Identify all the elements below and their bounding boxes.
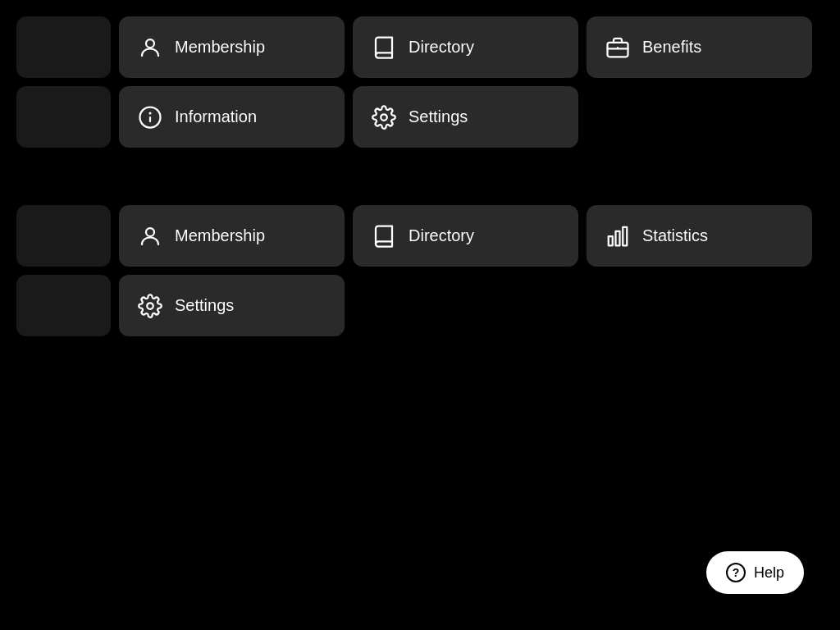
placeholder-top-2 [16, 86, 111, 148]
statistics-bottom-card[interactable]: Statistics [587, 205, 812, 267]
user-icon-2 [137, 223, 163, 249]
settings-top-label: Settings [409, 107, 468, 126]
main-container: Membership Directory Benefits [0, 0, 840, 630]
svg-rect-1 [608, 42, 628, 57]
top-section-row-1: Membership Directory Benefits [16, 16, 824, 78]
membership-bottom-card[interactable]: Membership [119, 205, 345, 267]
bottom-section-row-1: Membership Directory Statistics [16, 205, 824, 267]
information-top-card[interactable]: Information [119, 86, 345, 148]
briefcase-icon [605, 34, 631, 61]
gear-icon [371, 104, 397, 130]
gear-icon-2 [137, 293, 163, 319]
user-icon [137, 34, 163, 61]
svg-rect-9 [616, 231, 620, 245]
settings-bottom-card[interactable]: Settings [119, 275, 345, 336]
placeholder-top-1 [16, 16, 111, 78]
membership-top-card[interactable]: Membership [119, 16, 345, 78]
placeholder-bottom-2 [16, 275, 111, 336]
book-icon-2 [371, 223, 397, 249]
directory-bottom-card[interactable]: Directory [353, 205, 578, 267]
placeholder-bottom-1 [16, 205, 111, 267]
empty-bottom-2 [587, 275, 812, 336]
help-circle-icon: ? [726, 563, 746, 582]
statistics-bottom-label: Statistics [642, 226, 708, 245]
svg-rect-10 [623, 226, 627, 245]
svg-point-0 [146, 39, 154, 48]
svg-point-7 [146, 228, 154, 236]
directory-top-card[interactable]: Directory [353, 16, 578, 78]
svg-point-11 [147, 303, 153, 309]
benefits-top-label: Benefits [642, 38, 701, 57]
directory-bottom-label: Directory [409, 226, 474, 245]
help-button[interactable]: ? Help [706, 551, 804, 594]
svg-rect-8 [609, 236, 613, 245]
svg-point-6 [381, 114, 387, 121]
settings-bottom-label: Settings [175, 296, 234, 315]
bar-chart-icon [605, 223, 631, 249]
information-top-label: Information [175, 107, 257, 126]
directory-top-label: Directory [409, 38, 474, 57]
help-label: Help [754, 564, 784, 582]
benefits-top-card[interactable]: Benefits [587, 16, 812, 78]
top-section-row-2: Information Settings [16, 86, 824, 148]
settings-top-card[interactable]: Settings [353, 86, 578, 148]
info-icon [137, 104, 163, 130]
empty-bottom-1 [353, 275, 578, 336]
empty-top [587, 86, 812, 148]
membership-top-label: Membership [175, 38, 265, 57]
book-icon [371, 34, 397, 61]
membership-bottom-label: Membership [175, 226, 265, 245]
section-gap [16, 156, 824, 205]
bottom-section-row-2: Settings [16, 275, 824, 336]
